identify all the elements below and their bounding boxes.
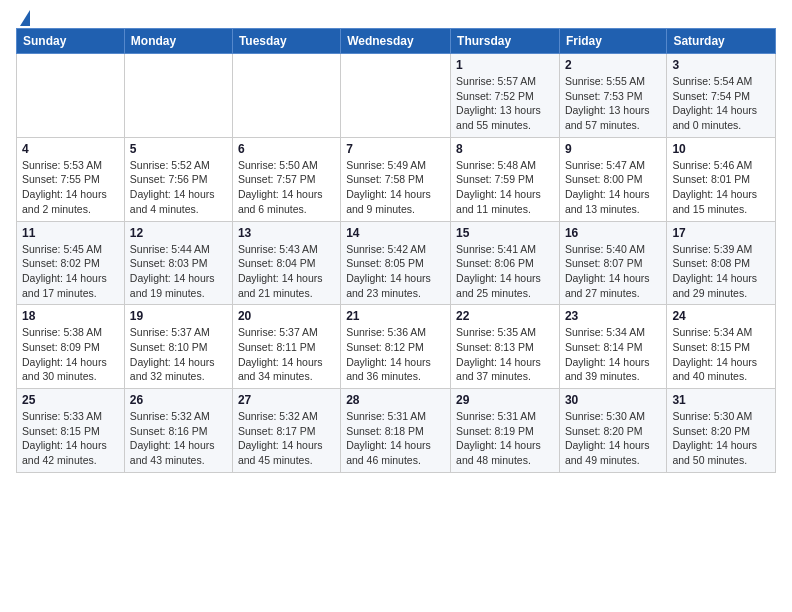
- day-number: 30: [565, 393, 661, 407]
- calendar-table: SundayMondayTuesdayWednesdayThursdayFrid…: [16, 28, 776, 473]
- day-number: 11: [22, 226, 119, 240]
- day-info: Sunrise: 5:30 AMSunset: 8:20 PMDaylight:…: [565, 409, 661, 468]
- week-row-2: 4Sunrise: 5:53 AMSunset: 7:55 PMDaylight…: [17, 137, 776, 221]
- calendar-cell: 30Sunrise: 5:30 AMSunset: 8:20 PMDayligh…: [559, 389, 666, 473]
- day-info: Sunrise: 5:34 AMSunset: 8:14 PMDaylight:…: [565, 325, 661, 384]
- day-number: 27: [238, 393, 335, 407]
- calendar-cell: 26Sunrise: 5:32 AMSunset: 8:16 PMDayligh…: [124, 389, 232, 473]
- calendar-cell: 11Sunrise: 5:45 AMSunset: 8:02 PMDayligh…: [17, 221, 125, 305]
- day-number: 28: [346, 393, 445, 407]
- day-number: 10: [672, 142, 770, 156]
- day-number: 16: [565, 226, 661, 240]
- calendar-cell: 2Sunrise: 5:55 AMSunset: 7:53 PMDaylight…: [559, 54, 666, 138]
- day-number: 14: [346, 226, 445, 240]
- day-number: 17: [672, 226, 770, 240]
- weekday-header-friday: Friday: [559, 29, 666, 54]
- calendar-cell: [232, 54, 340, 138]
- weekday-header-thursday: Thursday: [451, 29, 560, 54]
- day-info: Sunrise: 5:30 AMSunset: 8:20 PMDaylight:…: [672, 409, 770, 468]
- logo-text: [16, 10, 30, 26]
- day-info: Sunrise: 5:45 AMSunset: 8:02 PMDaylight:…: [22, 242, 119, 301]
- week-row-3: 11Sunrise: 5:45 AMSunset: 8:02 PMDayligh…: [17, 221, 776, 305]
- day-info: Sunrise: 5:32 AMSunset: 8:17 PMDaylight:…: [238, 409, 335, 468]
- logo-triangle-icon: [20, 10, 30, 26]
- day-number: 23: [565, 309, 661, 323]
- weekday-header-sunday: Sunday: [17, 29, 125, 54]
- day-number: 29: [456, 393, 554, 407]
- day-info: Sunrise: 5:37 AMSunset: 8:10 PMDaylight:…: [130, 325, 227, 384]
- calendar-cell: 16Sunrise: 5:40 AMSunset: 8:07 PMDayligh…: [559, 221, 666, 305]
- day-info: Sunrise: 5:38 AMSunset: 8:09 PMDaylight:…: [22, 325, 119, 384]
- day-number: 3: [672, 58, 770, 72]
- weekday-header-monday: Monday: [124, 29, 232, 54]
- day-info: Sunrise: 5:55 AMSunset: 7:53 PMDaylight:…: [565, 74, 661, 133]
- day-number: 12: [130, 226, 227, 240]
- day-number: 20: [238, 309, 335, 323]
- weekday-header-row: SundayMondayTuesdayWednesdayThursdayFrid…: [17, 29, 776, 54]
- day-info: Sunrise: 5:42 AMSunset: 8:05 PMDaylight:…: [346, 242, 445, 301]
- day-info: Sunrise: 5:46 AMSunset: 8:01 PMDaylight:…: [672, 158, 770, 217]
- calendar-cell: 13Sunrise: 5:43 AMSunset: 8:04 PMDayligh…: [232, 221, 340, 305]
- week-row-4: 18Sunrise: 5:38 AMSunset: 8:09 PMDayligh…: [17, 305, 776, 389]
- calendar-cell: 17Sunrise: 5:39 AMSunset: 8:08 PMDayligh…: [667, 221, 776, 305]
- calendar-cell: 20Sunrise: 5:37 AMSunset: 8:11 PMDayligh…: [232, 305, 340, 389]
- day-info: Sunrise: 5:49 AMSunset: 7:58 PMDaylight:…: [346, 158, 445, 217]
- calendar-cell: 1Sunrise: 5:57 AMSunset: 7:52 PMDaylight…: [451, 54, 560, 138]
- day-number: 9: [565, 142, 661, 156]
- weekday-header-wednesday: Wednesday: [341, 29, 451, 54]
- calendar-cell: 7Sunrise: 5:49 AMSunset: 7:58 PMDaylight…: [341, 137, 451, 221]
- day-number: 6: [238, 142, 335, 156]
- calendar-cell: 15Sunrise: 5:41 AMSunset: 8:06 PMDayligh…: [451, 221, 560, 305]
- day-number: 22: [456, 309, 554, 323]
- day-info: Sunrise: 5:50 AMSunset: 7:57 PMDaylight:…: [238, 158, 335, 217]
- day-number: 18: [22, 309, 119, 323]
- calendar-cell: 23Sunrise: 5:34 AMSunset: 8:14 PMDayligh…: [559, 305, 666, 389]
- day-number: 24: [672, 309, 770, 323]
- day-info: Sunrise: 5:39 AMSunset: 8:08 PMDaylight:…: [672, 242, 770, 301]
- day-number: 21: [346, 309, 445, 323]
- calendar-cell: [124, 54, 232, 138]
- day-number: 25: [22, 393, 119, 407]
- day-info: Sunrise: 5:41 AMSunset: 8:06 PMDaylight:…: [456, 242, 554, 301]
- day-info: Sunrise: 5:36 AMSunset: 8:12 PMDaylight:…: [346, 325, 445, 384]
- day-info: Sunrise: 5:54 AMSunset: 7:54 PMDaylight:…: [672, 74, 770, 133]
- calendar-cell: 31Sunrise: 5:30 AMSunset: 8:20 PMDayligh…: [667, 389, 776, 473]
- calendar-cell: 25Sunrise: 5:33 AMSunset: 8:15 PMDayligh…: [17, 389, 125, 473]
- weekday-header-saturday: Saturday: [667, 29, 776, 54]
- day-number: 13: [238, 226, 335, 240]
- calendar-cell: 21Sunrise: 5:36 AMSunset: 8:12 PMDayligh…: [341, 305, 451, 389]
- day-info: Sunrise: 5:33 AMSunset: 8:15 PMDaylight:…: [22, 409, 119, 468]
- logo: [16, 10, 30, 22]
- day-number: 1: [456, 58, 554, 72]
- calendar-cell: 12Sunrise: 5:44 AMSunset: 8:03 PMDayligh…: [124, 221, 232, 305]
- day-info: Sunrise: 5:40 AMSunset: 8:07 PMDaylight:…: [565, 242, 661, 301]
- day-info: Sunrise: 5:57 AMSunset: 7:52 PMDaylight:…: [456, 74, 554, 133]
- day-info: Sunrise: 5:31 AMSunset: 8:18 PMDaylight:…: [346, 409, 445, 468]
- calendar-cell: 29Sunrise: 5:31 AMSunset: 8:19 PMDayligh…: [451, 389, 560, 473]
- calendar-cell: 9Sunrise: 5:47 AMSunset: 8:00 PMDaylight…: [559, 137, 666, 221]
- day-number: 19: [130, 309, 227, 323]
- page: SundayMondayTuesdayWednesdayThursdayFrid…: [0, 0, 792, 489]
- week-row-5: 25Sunrise: 5:33 AMSunset: 8:15 PMDayligh…: [17, 389, 776, 473]
- calendar-cell: 6Sunrise: 5:50 AMSunset: 7:57 PMDaylight…: [232, 137, 340, 221]
- day-info: Sunrise: 5:47 AMSunset: 8:00 PMDaylight:…: [565, 158, 661, 217]
- day-info: Sunrise: 5:37 AMSunset: 8:11 PMDaylight:…: [238, 325, 335, 384]
- day-info: Sunrise: 5:32 AMSunset: 8:16 PMDaylight:…: [130, 409, 227, 468]
- calendar-cell: 19Sunrise: 5:37 AMSunset: 8:10 PMDayligh…: [124, 305, 232, 389]
- day-info: Sunrise: 5:35 AMSunset: 8:13 PMDaylight:…: [456, 325, 554, 384]
- day-number: 8: [456, 142, 554, 156]
- day-info: Sunrise: 5:31 AMSunset: 8:19 PMDaylight:…: [456, 409, 554, 468]
- calendar-cell: 24Sunrise: 5:34 AMSunset: 8:15 PMDayligh…: [667, 305, 776, 389]
- calendar-cell: 14Sunrise: 5:42 AMSunset: 8:05 PMDayligh…: [341, 221, 451, 305]
- calendar-cell: 28Sunrise: 5:31 AMSunset: 8:18 PMDayligh…: [341, 389, 451, 473]
- day-number: 7: [346, 142, 445, 156]
- day-info: Sunrise: 5:53 AMSunset: 7:55 PMDaylight:…: [22, 158, 119, 217]
- day-number: 15: [456, 226, 554, 240]
- calendar-cell: 3Sunrise: 5:54 AMSunset: 7:54 PMDaylight…: [667, 54, 776, 138]
- calendar-cell: 22Sunrise: 5:35 AMSunset: 8:13 PMDayligh…: [451, 305, 560, 389]
- day-number: 31: [672, 393, 770, 407]
- day-number: 26: [130, 393, 227, 407]
- calendar-cell: 5Sunrise: 5:52 AMSunset: 7:56 PMDaylight…: [124, 137, 232, 221]
- calendar-cell: 27Sunrise: 5:32 AMSunset: 8:17 PMDayligh…: [232, 389, 340, 473]
- calendar-cell: 18Sunrise: 5:38 AMSunset: 8:09 PMDayligh…: [17, 305, 125, 389]
